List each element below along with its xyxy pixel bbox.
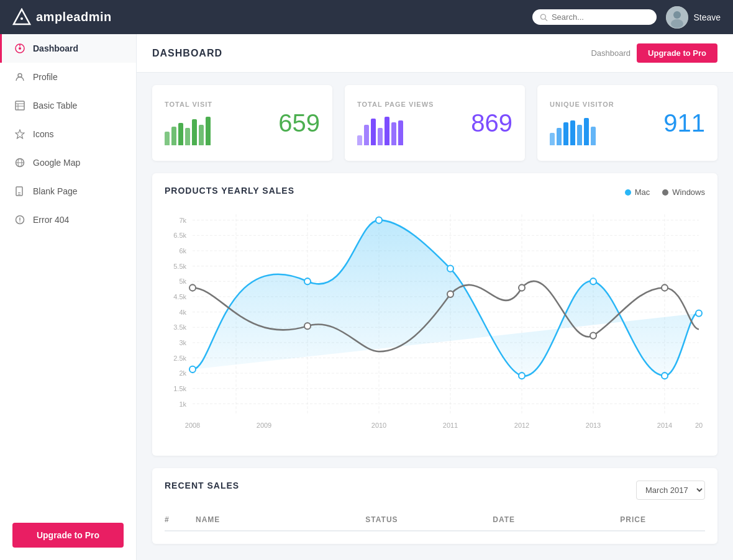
sidebar-label-profile: Profile bbox=[33, 72, 58, 82]
svg-point-59 bbox=[304, 278, 311, 284]
error-icon bbox=[14, 214, 25, 225]
svg-text:4.5k: 4.5k bbox=[173, 293, 186, 300]
bar bbox=[199, 125, 204, 145]
avatar-image bbox=[666, 6, 688, 29]
svg-point-8 bbox=[19, 47, 21, 50]
sidebar-item-google-map[interactable]: Google Map bbox=[0, 148, 136, 177]
svg-point-66 bbox=[189, 284, 196, 291]
sidebar: Dashboard Profile Basic Table Icons Goog… bbox=[0, 34, 137, 560]
bar bbox=[550, 133, 555, 145]
svg-text:2k: 2k bbox=[179, 369, 186, 377]
sidebar-item-basic-table[interactable]: Basic Table bbox=[0, 91, 136, 120]
stat-card-total-visit: TOTAL VISIT 659 bbox=[152, 85, 332, 161]
mini-bars-1 bbox=[357, 114, 434, 145]
sidebar-item-dashboard[interactable]: Dashboard bbox=[0, 34, 136, 63]
svg-point-62 bbox=[519, 373, 525, 379]
app-body: Dashboard Profile Basic Table Icons Goog… bbox=[0, 34, 733, 560]
bar bbox=[378, 128, 383, 145]
stats-row: TOTAL VISIT 659 TOTAL PAGE VIE bbox=[137, 73, 733, 173]
yearly-sales-section: PRODUCTS YEARLY SALES Mac Windows bbox=[152, 173, 717, 456]
header-right: Steave bbox=[532, 6, 721, 29]
month-select[interactable]: March 2017 bbox=[636, 481, 705, 500]
legend-mac: Mac bbox=[625, 187, 650, 197]
svg-text:6.5k: 6.5k bbox=[173, 232, 186, 239]
stat-value-1: 869 bbox=[471, 109, 512, 137]
sidebar-item-icons[interactable]: Icons bbox=[0, 120, 136, 148]
svg-point-65 bbox=[696, 310, 702, 316]
blank-icon bbox=[14, 186, 25, 197]
svg-point-5 bbox=[673, 11, 681, 19]
stat-label-0: TOTAL VISIT bbox=[165, 101, 212, 108]
svg-point-69 bbox=[519, 284, 525, 291]
svg-text:2012: 2012 bbox=[514, 422, 529, 429]
svg-point-64 bbox=[662, 373, 668, 379]
svg-point-1 bbox=[20, 17, 23, 20]
avatar bbox=[666, 6, 688, 29]
bar bbox=[185, 128, 190, 145]
recent-sales-header: RECENT SALES March 2017 bbox=[165, 481, 705, 500]
svg-text:2010: 2010 bbox=[371, 422, 386, 429]
user-name: Steave bbox=[693, 12, 721, 22]
svg-point-71 bbox=[662, 284, 668, 291]
bar bbox=[357, 135, 362, 145]
bar bbox=[192, 119, 197, 145]
header-upgrade-button[interactable]: Upgrade to Pro bbox=[637, 43, 717, 63]
svg-text:5k: 5k bbox=[179, 278, 186, 285]
breadcrumb-area: Dashboard Upgrade to Pro bbox=[591, 43, 717, 63]
bar bbox=[398, 120, 403, 145]
app-header: ampleadmin Steave bbox=[0, 0, 733, 34]
stat-card-unique-visitor: UNIQUE VISITOR 911 bbox=[537, 85, 717, 161]
bar bbox=[563, 122, 568, 145]
chart-legend: Mac Windows bbox=[625, 187, 705, 197]
col-hash: # bbox=[165, 515, 196, 524]
sidebar-item-blank-page[interactable]: Blank Page bbox=[0, 177, 136, 205]
sidebar-label-basic-table: Basic Table bbox=[33, 101, 77, 111]
bar bbox=[371, 119, 376, 145]
col-price: PRICE bbox=[620, 515, 705, 524]
person-icon bbox=[14, 71, 25, 83]
svg-rect-11 bbox=[16, 101, 24, 110]
stat-card-page-views: TOTAL PAGE VIEWS 869 bbox=[345, 85, 525, 161]
icons-icon bbox=[14, 129, 25, 140]
sidebar-item-error-404[interactable]: Error 404 bbox=[0, 205, 136, 234]
bar bbox=[391, 122, 396, 145]
svg-marker-0 bbox=[14, 9, 30, 24]
legend-dot-windows bbox=[662, 189, 668, 196]
main-content: DASHBOARD Dashboard Upgrade to Pro TOTAL… bbox=[137, 34, 733, 560]
bar bbox=[591, 127, 596, 145]
sidebar-upgrade-button[interactable]: Upgrade to Pro bbox=[12, 523, 124, 548]
logo-icon bbox=[12, 8, 31, 27]
svg-text:5.5k: 5.5k bbox=[173, 263, 186, 270]
recent-sales-section: RECENT SALES March 2017 # NAME STATUS DA… bbox=[152, 468, 717, 544]
search-box[interactable] bbox=[532, 9, 657, 25]
bar bbox=[557, 128, 562, 145]
sidebar-item-profile[interactable]: Profile bbox=[0, 63, 136, 91]
svg-text:2008: 2008 bbox=[185, 422, 200, 429]
legend-windows: Windows bbox=[662, 187, 705, 197]
stat-label-1: TOTAL PAGE VIEWS bbox=[357, 101, 434, 108]
search-input[interactable] bbox=[552, 12, 649, 22]
svg-text:2009: 2009 bbox=[257, 422, 271, 429]
svg-text:7k: 7k bbox=[179, 217, 186, 224]
bar bbox=[206, 117, 211, 145]
bar bbox=[165, 132, 170, 145]
svg-text:1k: 1k bbox=[179, 400, 186, 407]
breadcrumb: Dashboard bbox=[591, 48, 631, 58]
svg-text:3k: 3k bbox=[179, 339, 186, 346]
sidebar-label-dashboard: Dashboard bbox=[33, 43, 78, 53]
svg-text:2013: 2013 bbox=[586, 422, 601, 429]
sidebar-label-error-404: Error 404 bbox=[33, 215, 69, 225]
svg-marker-15 bbox=[16, 130, 24, 138]
bar bbox=[577, 125, 582, 145]
stat-value-2: 911 bbox=[663, 109, 705, 137]
page-header: DASHBOARD Dashboard Upgrade to Pro bbox=[137, 34, 733, 73]
sidebar-label-google-map: Google Map bbox=[33, 158, 80, 168]
svg-point-68 bbox=[447, 291, 453, 297]
dashboard-icon bbox=[14, 43, 25, 54]
table-header: # NAME STATUS DATE PRICE bbox=[165, 509, 705, 531]
svg-point-6 bbox=[671, 19, 683, 28]
recent-sales-title: RECENT SALES bbox=[165, 481, 239, 490]
user-area[interactable]: Steave bbox=[666, 6, 721, 29]
logo-text: ampleadmin bbox=[36, 10, 112, 24]
sidebar-label-blank-page: Blank Page bbox=[33, 186, 78, 196]
